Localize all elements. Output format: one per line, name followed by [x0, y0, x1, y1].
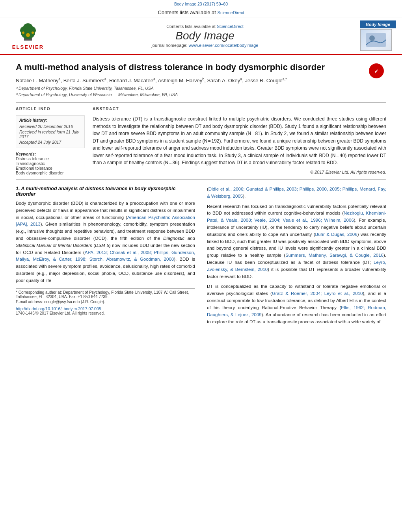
article-content: A multi-method analysis of distress tole…	[0, 55, 402, 332]
footnotes-section: * Corresponding author at: Department of…	[16, 288, 195, 315]
article-title: A multi-method analysis of distress tole…	[16, 62, 360, 73]
affiliation-a: ᵃ Department of Psychology, Florida Stat…	[16, 86, 360, 91]
body-section: 1. A multi-method analysis of distress t…	[16, 186, 386, 328]
email-footnote: E-mail address: cougle@psy.fsu.edu (J.R.…	[16, 300, 195, 304]
ref-ellis[interactable]: Ellis, 1962; Rodman, Daughters, & Lejuez…	[207, 305, 386, 317]
info-abstract-section: Article Info Article history: Received 2…	[16, 107, 386, 175]
keyword-1: Distress tolerance	[16, 156, 85, 161]
sciencedirect-header-link[interactable]: ScienceDirect	[217, 24, 244, 29]
header-divider	[16, 102, 386, 103]
ref-didie[interactable]: Didie et al., 2006; Gunstad & Phillips, …	[207, 187, 386, 198]
authors: Natalie L. Mathenya, Berta J. Summersa, …	[16, 77, 360, 83]
body-para-3: Recent research has focused on transdiag…	[207, 203, 386, 280]
keyword-3: Emotional tolerance	[16, 166, 85, 171]
main-header: ELSEVIER Contents lists available at Sci…	[0, 17, 402, 55]
article-info-heading: Article Info	[16, 107, 85, 112]
journal-homepage-link[interactable]: www.elsevier.com/locate/bodyimage	[189, 43, 259, 48]
keywords-box: Keywords: Distress tolerance Transdiagno…	[16, 152, 85, 175]
svg-point-7	[32, 32, 34, 34]
ref-summers[interactable]: Summers, Matheny, Sarawgi, & Cougle, 201…	[285, 253, 383, 258]
affiliation-b: ᵇ Department of Psychology, University o…	[16, 92, 360, 97]
body-para-4: DT is conceptualized as the capacity to …	[207, 283, 386, 325]
article-info-column: Article Info Article history: Received 2…	[16, 107, 85, 175]
revised-date: Received in revised form 21 July 2017	[19, 130, 81, 139]
abstract-text: Distress tolerance (DT) is a transdiagno…	[93, 115, 386, 167]
body-image-logo-image	[360, 29, 392, 51]
article-title-block: A multi-method analysis of distress tole…	[16, 62, 360, 98]
ref-gratz[interactable]: Gratz & Roemer, 2004; Leyro et al., 2010	[272, 291, 363, 296]
body-image-logo: Body Image	[360, 20, 396, 51]
page-number: Body Image 23 (2017) 50–60	[0, 0, 402, 7]
elsevier-label: ELSEVIER	[12, 44, 44, 50]
abstract-column: Abstract Distress tolerance (DT) is a tr…	[93, 107, 386, 175]
svg-point-4	[23, 23, 33, 31]
svg-rect-8	[366, 33, 386, 47]
section1-heading: 1. A multi-method analysis of distress t…	[16, 186, 195, 197]
page: Body Image 23 (2017) 50–60 Contents list…	[0, 0, 402, 532]
keyword-4: Body dysmorphic disorder	[16, 171, 85, 175]
doi-line[interactable]: http://dx.doi.org/10.1016/j.bodyim.2017.…	[16, 306, 195, 311]
header-center: Contents lists available at ScienceDirec…	[50, 24, 360, 48]
journal-homepage: journal homepage: www.elsevier.com/locat…	[50, 43, 360, 48]
body-para-1: Body dysmorphic disorder (BDD) is charac…	[16, 200, 195, 284]
crossmark-logo: ✓	[367, 63, 386, 78]
svg-point-6	[22, 32, 24, 34]
ref-apa-2013[interactable]: American Psychiatric Association [APA], …	[16, 215, 195, 227]
ref-neziroglu[interactable]: Neziroglu, Khemlani-Patel, & Veale, 2008…	[207, 211, 386, 222]
ref-leyro[interactable]: Leyro, Zvolensky, & Bernstein, 2010	[207, 260, 386, 272]
copyright-line: © 2017 Elsevier Ltd. All rights reserved…	[93, 170, 386, 174]
body-right-col: (Didie et al., 2006; Gunstad & Phillips,…	[207, 186, 386, 328]
svg-point-9	[369, 35, 375, 41]
body-image-logo-label: Body Image	[360, 20, 396, 28]
article-history-box: Article history: Received 20 December 20…	[16, 115, 85, 148]
elsevier-logo: ELSEVIER	[6, 22, 50, 50]
body-left-col: 1. A multi-method analysis of distress t…	[16, 186, 195, 328]
corresponding-footnote: * Corresponding author at: Department of…	[16, 290, 195, 299]
issn-line: 1740-1445/© 2017 Elsevier Ltd. All right…	[16, 311, 195, 315]
header-contents-line: Contents lists available at ScienceDirec…	[50, 24, 360, 29]
email-link[interactable]: cougle@psy.fsu.edu	[44, 300, 80, 304]
svg-point-5	[26, 33, 30, 37]
keyword-2: Transdiagnostic	[16, 161, 85, 166]
svg-text:✓: ✓	[374, 68, 379, 74]
abstract-divider	[16, 179, 386, 180]
elsevier-tree-icon	[16, 22, 40, 43]
article-header: A multi-method analysis of distress tole…	[16, 62, 386, 98]
ref-apa-inline[interactable]: APA, 2013; Chosak et al., 2008; Phillips…	[16, 250, 195, 262]
journal-volume: Body Image 23 (2017) 50–60	[174, 2, 228, 6]
contents-prefix: Contents lists available at	[158, 9, 218, 15]
abstract-heading: Abstract	[93, 107, 386, 112]
crossmark-icon: ✓	[369, 63, 384, 78]
history-label: Article history:	[19, 118, 81, 122]
top-header: Contents lists available at ScienceDirec…	[0, 7, 402, 17]
accepted-date: Accepted 24 July 2017	[19, 140, 81, 145]
body-image-thumbnail-icon	[364, 31, 388, 49]
body-para-2: (Didie et al., 2006; Gunstad & Phillips,…	[207, 186, 386, 200]
journal-title: Body Image	[50, 30, 360, 42]
received-date: Received 20 December 2016	[19, 124, 81, 129]
keywords-label: Keywords:	[16, 152, 85, 156]
email-name: (J.R. Cougle).	[81, 300, 105, 304]
ref-buhr[interactable]: Buhr & Dugas, 2006	[315, 232, 357, 237]
sciencedirect-link[interactable]: ScienceDirect	[218, 10, 244, 15]
authors-text: Natalie L. Mathenya, Berta J. Summersa, …	[16, 78, 287, 83]
